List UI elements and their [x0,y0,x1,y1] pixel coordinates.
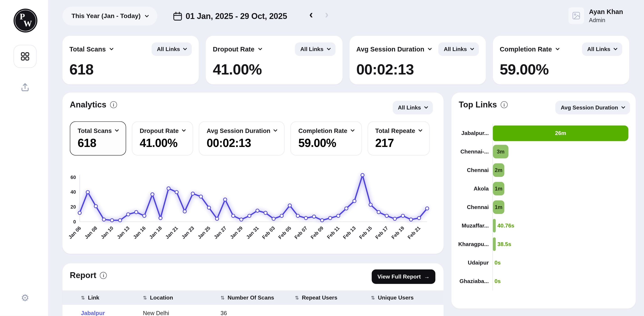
kpi-row: Total Scans All Links 618 Dropout Rate A… [62,36,629,84]
svg-text:20: 20 [70,204,76,210]
kpi-value: 59.00% [500,61,622,78]
metric-tab[interactable]: Total Scans 618 [70,121,126,155]
top-link-value: 2m [495,167,502,173]
analytics-line-chart: 0204060Jan 06Jan 08Jan 10Jan 13Jan 16Jan… [65,173,437,249]
sidebar-item-upload[interactable] [18,81,32,94]
dashboard-root: P W ⚙ This Year (Jan - Today) 01 Jan, 20… [0,0,644,316]
top-link-label: Chennai [456,167,492,173]
metric-tab[interactable]: Total Repeate 217 [368,121,430,155]
svg-text:Feb 03: Feb 03 [261,225,276,240]
top-link-bar[interactable]: 1m [493,182,504,196]
chevron-down-icon [428,46,432,50]
top-link-value: 0s [494,278,501,284]
report-table: ⇅ Link ⇅ Location ⇅ Number Of Scans ⇅ Re… [62,290,444,316]
chevron-down-icon [621,105,625,109]
chevron-down-icon [418,128,422,132]
kpi-metric-selector[interactable]: Total Scans [70,45,113,53]
avatar[interactable] [568,8,584,24]
top-link-label: Kharagpu... [456,241,492,247]
kpi-links-filter[interactable]: All Links [152,42,192,56]
chevron-down-icon [145,13,149,17]
info-icon[interactable]: i [501,101,508,108]
chevron-down-icon [182,128,186,132]
analytics-links-filter[interactable]: All Links [392,101,433,114]
report-column-header[interactable]: ⇅ Unique Users [371,294,444,301]
report-link-cell[interactable]: Jabalpur [81,310,143,316]
info-icon[interactable]: i [100,272,107,279]
top-link-value: 38.5s [497,241,511,247]
top-link-bar[interactable] [493,219,496,232]
logo-letter-w: W [24,19,32,29]
top-link-value: 0s [494,260,501,266]
report-column-header[interactable]: ⇅ Repeat Users [295,294,371,301]
svg-text:Jan 21: Jan 21 [164,225,179,240]
kpi-metric-selector[interactable]: Avg Session Duration [356,45,431,53]
top-links-panel: Top Links i Avg Session Duration Jabalpu… [451,93,636,308]
analytics-links-filter-label: All Links [398,104,421,111]
kpi-card: Completion Rate All Links 59.00% [493,36,629,84]
top-link-bar[interactable]: 3m [493,145,508,159]
kpi-metric-selector[interactable]: Dropout Rate [213,45,262,53]
date-prev-button[interactable]: ‹ [309,8,313,21]
svg-text:Jan 29: Jan 29 [229,225,244,240]
sidebar-item-settings[interactable]: ⚙ [18,291,32,304]
top-links-metric-filter[interactable]: Avg Session Duration [556,101,630,114]
user-role: Admin [589,17,605,24]
kpi-links-filter[interactable]: All Links [295,42,335,56]
sort-icon: ⇅ [220,295,225,301]
view-full-report-button[interactable]: View Full Report → [372,269,436,284]
table-row[interactable]: Jabalpur New Delhi 36 [62,305,444,316]
svg-text:Jan 25: Jan 25 [196,225,211,240]
user-name: Ayan Khan [589,8,623,16]
sort-icon: ⇅ [81,295,85,301]
info-icon[interactable]: i [110,101,117,108]
metric-tab[interactable]: Completion Rate 59.00% [290,121,362,155]
top-links-title: Top Links i [459,100,508,109]
svg-text:Feb 17: Feb 17 [374,225,389,240]
report-title: Report i [70,271,107,280]
top-link-label: Jabalpur... [456,130,492,136]
top-link-row: Akola 1m [456,180,631,198]
avatar-image-icon [572,11,581,20]
top-link-bar-track: 0s [492,253,631,272]
sort-icon: ⇅ [143,295,147,301]
top-link-row: Chennai 1m [456,198,631,216]
kpi-metric-selector[interactable]: Completion Rate [500,45,559,53]
kpi-card: Total Scans All Links 618 [62,36,199,84]
metric-tab-value: 59.00% [298,136,354,150]
kpi-links-filter[interactable]: All Links [438,42,479,56]
metric-tab[interactable]: Dropout Rate 41.00% [132,121,193,155]
sidebar-item-dashboard[interactable] [14,45,36,68]
svg-text:Jan 31: Jan 31 [245,225,260,240]
svg-text:Jan 13: Jan 13 [116,225,131,240]
top-link-row: Chennai-... 3m [456,142,631,161]
top-link-bar-track: 0s [492,272,631,290]
top-link-bar-track: 2m [492,161,631,180]
top-link-bar-track: 1m [492,180,631,198]
top-link-label: Ghaziaba... [456,278,492,284]
kpi-links-filter[interactable]: All Links [582,42,622,56]
period-selector[interactable]: This Year (Jan - Today) [62,7,158,26]
report-table-body: Jabalpur New Delhi 36 [62,305,444,316]
calendar-icon [172,11,183,22]
metric-tab[interactable]: Avg Session Duration 00:02:13 [199,121,285,155]
svg-text:Jan 18: Jan 18 [148,225,163,240]
top-link-bar[interactable] [493,237,496,251]
report-column-header[interactable]: ⇅ Location [143,294,220,301]
top-link-row: Ghaziaba... 0s [456,272,631,290]
arrow-right-icon: → [424,274,430,280]
svg-text:Feb 11: Feb 11 [326,225,341,240]
top-links-chart: Jabalpur... 26m Chennai-... 3m Chennai 2… [456,124,631,290]
top-link-row: Kharagpu... 38.5s [456,235,631,253]
report-column-header[interactable]: ⇅ Link [81,294,143,301]
report-column-header[interactable]: ⇅ Number Of Scans [220,294,295,301]
top-link-row: Udaipur 0s [456,253,631,272]
top-link-bar[interactable]: 26m [493,125,628,141]
kpi-value: 618 [70,61,192,78]
top-link-bar[interactable]: 1m [493,200,504,214]
date-next-button[interactable]: › [325,8,328,21]
svg-text:Feb 05: Feb 05 [277,225,292,240]
top-link-bar[interactable]: 2m [493,164,504,177]
chevron-down-icon [350,128,354,132]
top-link-value: 26m [555,130,566,136]
